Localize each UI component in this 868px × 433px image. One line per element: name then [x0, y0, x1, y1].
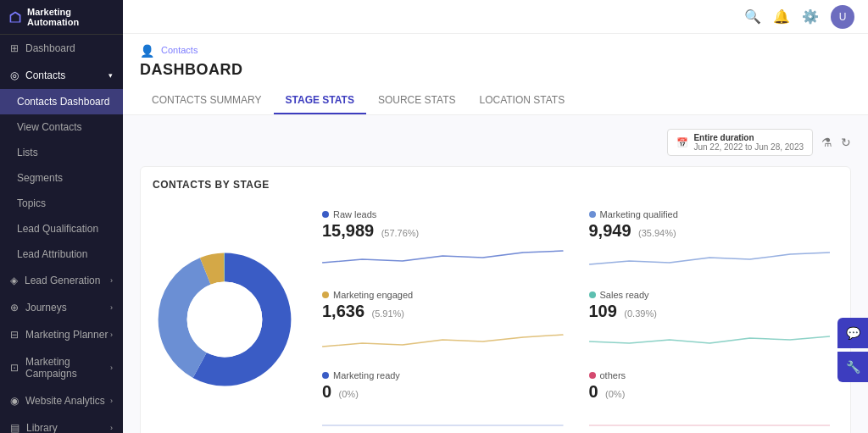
- sidebar-subitem-segments[interactable]: Segments: [0, 165, 123, 191]
- mr-dot: [322, 372, 329, 379]
- me-value: 1,636: [322, 302, 364, 320]
- stat-marketing-engaged: Marketing engaged 1,636 (5.91%): [314, 283, 572, 355]
- sidebar-item-website-analytics[interactable]: ◉ Website Analytics ›: [0, 387, 123, 414]
- tab-source-stats[interactable]: SOURCE STATS: [366, 87, 468, 114]
- sidebar-subitem-lead-qualification[interactable]: Lead Qualification: [0, 216, 123, 241]
- stat-sales-ready: Sales ready 109 (0.39%): [581, 283, 839, 355]
- others-value: 0: [589, 382, 598, 401]
- website-analytics-icon: ◉: [10, 395, 19, 407]
- sidebar-subitem-lead-attribution[interactable]: Lead Attribution: [0, 241, 123, 267]
- search-icon[interactable]: 🔍: [744, 8, 761, 25]
- mq-dot: [589, 211, 596, 218]
- support-icon: 🔧: [846, 360, 860, 374]
- chevron-right-icon: ›: [110, 397, 113, 405]
- marketing-planner-icon: ⊟: [10, 329, 19, 341]
- raw-leads-dot: [322, 211, 329, 218]
- marketing-campaigns-icon: ⊡: [10, 362, 19, 374]
- me-dot: [322, 291, 329, 298]
- content-area: 📅 Entire duration Jun 22, 2022 to Jun 28…: [123, 115, 868, 433]
- sidebar: Marketing Automation ⊞ Dashboard ◎ Conta…: [0, 0, 123, 433]
- journeys-icon: ⊕: [10, 302, 19, 314]
- sidebar-item-dashboard[interactable]: ⊞ Dashboard: [0, 35, 123, 62]
- donut-chart: [153, 247, 297, 391]
- sidebar-subitem-topics[interactable]: Topics: [0, 191, 123, 216]
- sidebar-subitem-view-contacts[interactable]: View Contacts: [0, 114, 123, 140]
- sidebar-subitem-contacts-dashboard[interactable]: Contacts Dashboard: [0, 89, 123, 114]
- sidebar-item-lead-generation[interactable]: ◈ Lead Generation ›: [0, 267, 123, 294]
- date-range-picker[interactable]: 📅 Entire duration Jun 22, 2022 to Jun 28…: [667, 129, 813, 156]
- raw-leads-value: 15,989: [322, 221, 374, 240]
- date-range-label: Entire duration: [693, 133, 804, 142]
- mq-label: Marketing qualified: [600, 209, 678, 219]
- sidebar-sub-label: Topics: [17, 197, 46, 209]
- support-float-button[interactable]: 🔧: [837, 352, 868, 382]
- topbar-actions: 🔍 🔔 ⚙️ U: [744, 5, 854, 29]
- filter-icon[interactable]: ⚗: [821, 136, 832, 149]
- chat-float-button[interactable]: 💬: [837, 318, 868, 348]
- page-title: DASHBOARD: [140, 61, 851, 79]
- sidebar-item-contacts[interactable]: ◎ Contacts ▾: [0, 62, 123, 89]
- stat-marketing-ready: Marketing ready 0 (0%): [314, 364, 572, 433]
- svg-point-4: [187, 281, 263, 357]
- sidebar-item-label: Journeys: [25, 302, 67, 314]
- mq-pct: (35.94%): [638, 228, 676, 238]
- refresh-icon[interactable]: ↻: [841, 136, 851, 149]
- floating-buttons: 💬 🔧: [837, 318, 868, 382]
- filter-bar: 📅 Entire duration Jun 22, 2022 to Jun 28…: [140, 129, 851, 156]
- sidebar-item-journeys[interactable]: ⊕ Journeys ›: [0, 294, 123, 321]
- tab-contacts-summary[interactable]: CONTACTS SUMMARY: [140, 87, 274, 114]
- sidebar-sub-label: Segments: [17, 172, 63, 184]
- sidebar-sub-label: Lists: [17, 147, 38, 158]
- sr-mini-chart: [589, 325, 831, 348]
- others-pct: (0%): [605, 389, 625, 399]
- avatar[interactable]: U: [831, 5, 854, 29]
- settings-icon[interactable]: ⚙️: [802, 8, 819, 25]
- stat-raw-leads: Raw leads 15,989 (57.76%): [314, 203, 572, 275]
- contacts-icon: ◎: [10, 69, 19, 81]
- sidebar-item-library[interactable]: ▤ Library ›: [0, 414, 123, 433]
- mr-pct: (0%): [339, 389, 359, 399]
- breadcrumb: Contacts: [161, 45, 198, 55]
- chevron-right-icon: ›: [110, 303, 113, 312]
- mq-mini-chart: [589, 244, 831, 268]
- chevron-right-icon: ›: [110, 364, 113, 372]
- sidebar-sub-label: Contacts Dashboard: [17, 96, 109, 108]
- sidebar-item-label: Dashboard: [25, 42, 75, 54]
- sidebar-item-label: Library: [26, 422, 58, 433]
- sidebar-header: Marketing Automation: [0, 0, 123, 35]
- notification-icon[interactable]: 🔔: [773, 8, 790, 25]
- contacts-by-stage-section: CONTACTS BY STAGE: [140, 166, 851, 433]
- sidebar-item-label: Marketing Planner: [25, 329, 108, 341]
- tab-stage-stats[interactable]: STAGE STATS: [274, 87, 366, 114]
- sidebar-subitem-lists[interactable]: Lists: [0, 140, 123, 165]
- sidebar-sub-label: Lead Qualification: [17, 223, 98, 235]
- sidebar-item-label: Contacts: [25, 69, 65, 81]
- chart-section-title: CONTACTS BY STAGE: [153, 179, 838, 191]
- mq-value: 9,949: [589, 221, 632, 240]
- lead-generation-icon: ◈: [10, 275, 18, 286]
- tabs-bar: CONTACTS SUMMARY STAGE STATS SOURCE STAT…: [140, 87, 851, 114]
- others-label: others: [600, 370, 626, 380]
- chart-container: Raw leads 15,989 (57.76%): [153, 203, 838, 433]
- sidebar-item-marketing-campaigns[interactable]: ⊡ Marketing Campaigns ›: [0, 348, 123, 387]
- tab-location-stats[interactable]: LOCATION STATS: [467, 87, 576, 114]
- main-content: 🔍 🔔 ⚙️ U 👤 Contacts DASHBOARD CONTACTS S…: [123, 0, 868, 433]
- others-mini-chart: [589, 405, 831, 429]
- sidebar-item-label: Website Analytics: [25, 395, 105, 407]
- raw-leads-label: Raw leads: [333, 209, 376, 219]
- sr-value: 109: [589, 302, 617, 320]
- chevron-right-icon: ›: [110, 424, 113, 432]
- stat-marketing-qualified: Marketing qualified 9,949 (35.94%): [581, 203, 839, 275]
- sidebar-sub-label: Lead Attribution: [17, 248, 87, 260]
- sidebar-item-label: Marketing Campaigns: [25, 356, 110, 380]
- raw-leads-mini-chart: [322, 244, 564, 268]
- page-header: 👤 Contacts DASHBOARD CONTACTS SUMMARY ST…: [123, 34, 868, 115]
- library-icon: ▤: [10, 422, 19, 433]
- date-range-value: Jun 22, 2022 to Jun 28, 2023: [693, 142, 804, 152]
- sidebar-item-marketing-planner[interactable]: ⊟ Marketing Planner ›: [0, 321, 123, 348]
- chat-icon: 💬: [846, 326, 860, 340]
- sr-label: Sales ready: [600, 290, 649, 300]
- topbar: 🔍 🔔 ⚙️ U: [123, 0, 868, 34]
- sidebar-sub-label: View Contacts: [17, 121, 81, 133]
- app-logo-icon: [8, 9, 22, 25]
